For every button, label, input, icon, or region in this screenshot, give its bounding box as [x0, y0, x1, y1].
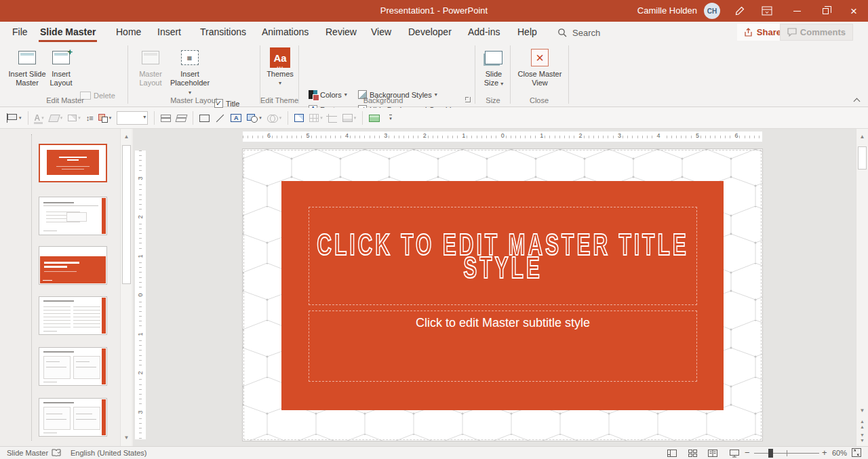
- line-shape-icon[interactable]: [212, 110, 228, 126]
- font-color-icon[interactable]: A▾: [32, 110, 47, 126]
- previous-slide-icon[interactable]: ▲▲: [857, 419, 867, 430]
- themes-button[interactable]: Aa Themes ▾: [265, 45, 295, 98]
- reading-view-icon[interactable]: [705, 448, 720, 458]
- zoom-level-label[interactable]: 60%: [832, 447, 847, 459]
- slide-sorter-view-icon[interactable]: [685, 448, 700, 458]
- normal-view-icon[interactable]: [665, 448, 679, 458]
- tab-insert[interactable]: Insert: [156, 22, 182, 42]
- horizontal-ruler: 6543210123456: [146, 132, 856, 144]
- group-separator: [510, 45, 511, 104]
- thumbnail-layout-title-content[interactable]: [39, 197, 107, 235]
- thumbnail-scroll-up-icon[interactable]: ▲: [121, 132, 132, 142]
- tab-review[interactable]: Review: [324, 22, 358, 42]
- tab-slide-master[interactable]: Slide Master: [39, 22, 97, 42]
- group-label-edit-master: Edit Master: [8, 96, 122, 104]
- tab-transitions[interactable]: Transitions: [199, 22, 248, 42]
- scroll-up-icon[interactable]: ▲: [857, 132, 867, 142]
- scroll-down-icon[interactable]: ▼: [857, 405, 867, 416]
- merge-shapes-icon[interactable]: ▾: [264, 110, 285, 126]
- close-button[interactable]: ×: [840, 0, 868, 22]
- group-label-background: Background: [300, 96, 467, 104]
- align-objects-icon[interactable]: [158, 110, 174, 126]
- thumbnail-scroll-down-icon[interactable]: ▼: [121, 433, 132, 443]
- close-master-view-button[interactable]: × Close Master View: [514, 45, 566, 98]
- hruler-number: 6: [266, 132, 272, 139]
- crop-icon[interactable]: [326, 110, 340, 126]
- group-separator: [298, 45, 299, 104]
- tab-file[interactable]: File: [11, 22, 29, 42]
- zoom-in-button[interactable]: +: [822, 447, 827, 459]
- thumbnail-layout-comparison-1[interactable]: [39, 347, 107, 386]
- background-dialog-launcher-icon[interactable]: [465, 97, 471, 102]
- group-label-edit-theme: Edit Theme: [260, 96, 299, 104]
- main-scrollbar-thumb[interactable]: [858, 146, 867, 169]
- proofing-icon[interactable]: [52, 449, 61, 457]
- restore-button[interactable]: [811, 0, 840, 22]
- line-spacing-icon[interactable]: ↕≡: [83, 110, 96, 126]
- shapes-icon[interactable]: ▾: [244, 110, 264, 126]
- master-title-line-2: STYLE: [463, 250, 542, 285]
- thumbnail-layout-comparison-2[interactable]: [39, 398, 107, 437]
- shape-outline-icon[interactable]: ▾: [65, 110, 83, 126]
- hruler-number: 3: [616, 132, 623, 139]
- table-grid-icon[interactable]: ▾: [307, 110, 326, 126]
- thumbnail-scrollbar[interactable]: ▲ ▼: [120, 129, 132, 446]
- thumbnail-layout-section[interactable]: [39, 246, 107, 285]
- edit-shape-icon[interactable]: [292, 110, 307, 126]
- group-label-close: Close: [511, 96, 567, 104]
- vruler-number: 3: [137, 173, 144, 184]
- thumbnail-master-title[interactable]: [39, 144, 107, 182]
- insert-slide-master-button[interactable]: Insert Slide Master: [8, 45, 46, 98]
- tab-add-ins[interactable]: Add-ins: [467, 22, 501, 42]
- next-slide-icon[interactable]: ▼▼: [857, 433, 867, 443]
- fit-slide-to-window-icon[interactable]: [852, 448, 861, 457]
- zoom-out-button[interactable]: −: [745, 447, 750, 459]
- hruler-number: 2: [422, 132, 428, 139]
- rectangle-shape-icon[interactable]: [197, 110, 212, 126]
- minimize-button[interactable]: [783, 0, 811, 22]
- ink-pen-icon[interactable]: [726, 0, 754, 22]
- master-layout-button[interactable]: Master Layout: [133, 45, 168, 98]
- avatar[interactable]: CH: [704, 3, 720, 19]
- tab-developer[interactable]: Developer: [407, 22, 453, 42]
- text-box-icon[interactable]: A: [228, 110, 244, 126]
- user-name[interactable]: Camille Holden: [637, 0, 697, 22]
- distribute-table-icon[interactable]: [366, 110, 382, 126]
- font-size-combobox[interactable]: [114, 110, 151, 126]
- thumbnail-layout-two-lists[interactable]: [39, 296, 107, 335]
- thumbnail-scrollbar-thumb[interactable]: [122, 145, 131, 284]
- vruler-number: 0: [137, 290, 144, 300]
- collapse-ribbon-icon[interactable]: [852, 96, 863, 104]
- change-shape-color-icon[interactable]: ▾: [96, 110, 115, 126]
- master-subtitle-placeholder[interactable]: Click to edit Master subtitle style: [309, 311, 697, 382]
- language-label[interactable]: English (United States): [71, 447, 147, 459]
- ribbon-tab-row: File Slide Master Home Insert Transition…: [0, 22, 868, 42]
- title-slide-background-shape[interactable]: CLICK TO EDIT MASTER TITLE STYLE Click t…: [281, 181, 724, 410]
- insert-placeholder-button[interactable]: ▦ Insert Placeholder ▾: [168, 45, 212, 98]
- search-input[interactable]: Search: [557, 24, 600, 41]
- main-scrollbar[interactable]: ▲ ▼ ▲▲ ▼▼: [856, 129, 868, 446]
- picture-icon[interactable]: ▾: [340, 110, 359, 126]
- master-title-placeholder[interactable]: CLICK TO EDIT MASTER TITLE STYLE: [309, 207, 697, 305]
- slideshow-view-icon[interactable]: [727, 448, 742, 458]
- slide-size-button[interactable]: Slide Size ▾: [479, 45, 509, 98]
- zoom-slider-handle[interactable]: [768, 449, 773, 458]
- toolbar-overflow-icon[interactable]: ▾: [387, 110, 395, 126]
- close-master-view-icon: ×: [531, 49, 549, 66]
- tab-view[interactable]: View: [370, 22, 393, 42]
- powerpoint-window: Presentation1 - PowerPoint Camille Holde…: [0, 0, 868, 459]
- rotate-objects-icon[interactable]: [174, 110, 189, 126]
- slide-size-icon: [485, 51, 502, 64]
- comments-button[interactable]: Comments: [780, 24, 853, 41]
- tab-home[interactable]: Home: [115, 22, 142, 42]
- ribbon-display-icon[interactable]: [753, 0, 781, 22]
- vruler-number: 1: [137, 251, 144, 262]
- layout-options-icon[interactable]: ▾: [4, 110, 24, 126]
- tab-animations[interactable]: Animations: [260, 22, 310, 42]
- share-icon: [744, 28, 753, 37]
- slide-editing-area[interactable]: CLICK TO EDIT MASTER TITLE STYLE Click t…: [243, 149, 762, 441]
- tab-help[interactable]: Help: [516, 22, 538, 42]
- insert-placeholder-icon: ▦: [181, 50, 199, 65]
- insert-layout-button[interactable]: + Insert Layout: [46, 45, 76, 98]
- shape-fill-icon[interactable]: ▾: [47, 110, 66, 126]
